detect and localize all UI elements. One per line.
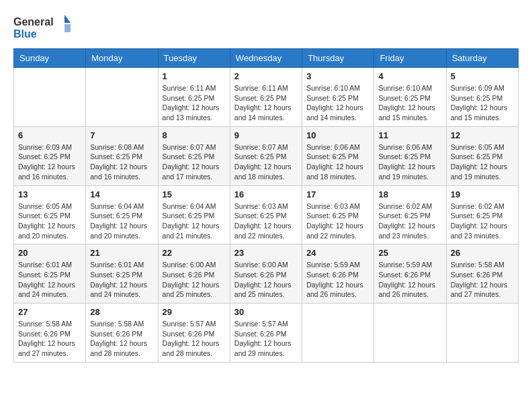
calendar-day-cell: 22Sunrise: 6:00 AMSunset: 6:26 PMDayligh… xyxy=(158,244,230,304)
calendar-table: SundayMondayTuesdayWednesdayThursdayFrid… xyxy=(13,48,519,363)
weekday-header: Tuesday xyxy=(158,49,230,68)
weekday-header: Wednesday xyxy=(230,49,302,68)
day-info: Sunrise: 5:58 AMSunset: 6:26 PMDaylight:… xyxy=(90,319,153,359)
day-number: 18 xyxy=(378,189,441,199)
day-info: Sunrise: 6:01 AMSunset: 6:25 PMDaylight:… xyxy=(90,260,153,300)
day-info: Sunrise: 5:57 AMSunset: 6:26 PMDaylight:… xyxy=(234,319,298,359)
calendar-day-cell: 6Sunrise: 6:09 AMSunset: 6:25 PMDaylight… xyxy=(14,126,86,185)
day-number: 20 xyxy=(18,248,81,258)
day-number: 15 xyxy=(163,189,226,199)
calendar-day-cell: 4Sunrise: 6:10 AMSunset: 6:25 PMDaylight… xyxy=(374,68,446,127)
calendar-day-cell: 18Sunrise: 6:02 AMSunset: 6:25 PMDayligh… xyxy=(374,185,446,244)
day-info: Sunrise: 6:09 AMSunset: 6:25 PMDaylight:… xyxy=(451,83,514,123)
calendar-day-cell: 16Sunrise: 6:03 AMSunset: 6:25 PMDayligh… xyxy=(230,185,302,244)
day-info: Sunrise: 6:06 AMSunset: 6:25 PMDaylight:… xyxy=(378,142,441,182)
day-number: 30 xyxy=(234,307,298,317)
calendar-day-cell: 7Sunrise: 6:08 AMSunset: 6:25 PMDaylight… xyxy=(86,126,158,185)
calendar-day-cell: 29Sunrise: 5:57 AMSunset: 6:26 PMDayligh… xyxy=(158,304,230,363)
calendar-day-cell xyxy=(446,304,518,363)
calendar-day-cell xyxy=(374,304,446,363)
weekday-header-row: SundayMondayTuesdayWednesdayThursdayFrid… xyxy=(14,49,519,68)
calendar-day-cell: 10Sunrise: 6:06 AMSunset: 6:25 PMDayligh… xyxy=(302,126,374,185)
calendar-day-cell: 25Sunrise: 5:59 AMSunset: 6:26 PMDayligh… xyxy=(374,244,446,304)
day-number: 22 xyxy=(163,248,226,258)
day-info: Sunrise: 6:04 AMSunset: 6:25 PMDaylight:… xyxy=(90,201,153,241)
day-info: Sunrise: 5:58 AMSunset: 6:26 PMDaylight:… xyxy=(18,319,81,359)
svg-marker-2 xyxy=(64,15,71,23)
calendar-day-cell: 2Sunrise: 6:11 AMSunset: 6:25 PMDaylight… xyxy=(230,68,302,127)
svg-text:General: General xyxy=(13,16,54,28)
calendar-day-cell: 28Sunrise: 5:58 AMSunset: 6:26 PMDayligh… xyxy=(86,304,158,363)
day-number: 16 xyxy=(234,189,298,199)
calendar-day-cell: 11Sunrise: 6:06 AMSunset: 6:25 PMDayligh… xyxy=(374,126,446,185)
day-info: Sunrise: 6:01 AMSunset: 6:25 PMDaylight:… xyxy=(18,260,81,300)
day-info: Sunrise: 6:07 AMSunset: 6:25 PMDaylight:… xyxy=(234,142,298,182)
calendar-week-row: 27Sunrise: 5:58 AMSunset: 6:26 PMDayligh… xyxy=(14,304,519,363)
calendar-day-cell xyxy=(302,304,374,363)
calendar-day-cell: 9Sunrise: 6:07 AMSunset: 6:25 PMDaylight… xyxy=(230,126,302,185)
day-number: 10 xyxy=(306,130,369,140)
day-info: Sunrise: 6:08 AMSunset: 6:25 PMDaylight:… xyxy=(90,142,153,182)
calendar-week-row: 1Sunrise: 6:11 AMSunset: 6:25 PMDaylight… xyxy=(14,68,519,127)
day-number: 19 xyxy=(451,189,514,199)
day-number: 9 xyxy=(234,130,298,140)
day-number: 23 xyxy=(234,248,298,258)
logo-svg: General Blue xyxy=(13,13,74,42)
day-number: 1 xyxy=(163,71,226,81)
day-number: 5 xyxy=(451,71,514,81)
day-info: Sunrise: 6:10 AMSunset: 6:25 PMDaylight:… xyxy=(306,83,369,123)
day-info: Sunrise: 5:58 AMSunset: 6:26 PMDaylight:… xyxy=(451,260,514,300)
day-number: 7 xyxy=(90,130,153,140)
day-info: Sunrise: 6:07 AMSunset: 6:25 PMDaylight:… xyxy=(163,142,226,182)
calendar-day-cell: 12Sunrise: 6:05 AMSunset: 6:25 PMDayligh… xyxy=(446,126,518,185)
day-info: Sunrise: 5:59 AMSunset: 6:26 PMDaylight:… xyxy=(306,260,369,300)
weekday-header: Saturday xyxy=(446,49,518,68)
day-number: 2 xyxy=(234,71,298,81)
calendar-day-cell: 23Sunrise: 6:00 AMSunset: 6:26 PMDayligh… xyxy=(230,244,302,304)
day-info: Sunrise: 6:10 AMSunset: 6:25 PMDaylight:… xyxy=(378,83,441,123)
day-info: Sunrise: 6:11 AMSunset: 6:25 PMDaylight:… xyxy=(163,83,226,123)
day-number: 25 xyxy=(378,248,441,258)
day-number: 3 xyxy=(306,71,369,81)
svg-marker-3 xyxy=(64,24,71,32)
calendar-week-row: 13Sunrise: 6:05 AMSunset: 6:25 PMDayligh… xyxy=(14,185,519,244)
calendar-day-cell xyxy=(86,68,158,127)
calendar-week-row: 6Sunrise: 6:09 AMSunset: 6:25 PMDaylight… xyxy=(14,126,519,185)
calendar-day-cell: 5Sunrise: 6:09 AMSunset: 6:25 PMDaylight… xyxy=(446,68,518,127)
svg-text:Blue: Blue xyxy=(13,28,37,40)
day-number: 12 xyxy=(451,130,514,140)
calendar-day-cell: 24Sunrise: 5:59 AMSunset: 6:26 PMDayligh… xyxy=(302,244,374,304)
calendar-day-cell xyxy=(14,68,86,127)
calendar-day-cell: 19Sunrise: 6:02 AMSunset: 6:25 PMDayligh… xyxy=(446,185,518,244)
day-info: Sunrise: 6:11 AMSunset: 6:25 PMDaylight:… xyxy=(234,83,298,123)
calendar-week-row: 20Sunrise: 6:01 AMSunset: 6:25 PMDayligh… xyxy=(14,244,519,304)
day-number: 4 xyxy=(378,71,441,81)
weekday-header: Sunday xyxy=(14,49,86,68)
day-number: 14 xyxy=(90,189,153,199)
day-number: 13 xyxy=(18,189,81,199)
day-number: 17 xyxy=(306,189,369,199)
day-info: Sunrise: 6:05 AMSunset: 6:25 PMDaylight:… xyxy=(451,142,514,182)
day-number: 24 xyxy=(306,248,369,258)
day-number: 27 xyxy=(18,307,81,317)
calendar-day-cell: 21Sunrise: 6:01 AMSunset: 6:25 PMDayligh… xyxy=(86,244,158,304)
day-info: Sunrise: 6:02 AMSunset: 6:25 PMDaylight:… xyxy=(451,201,514,241)
day-number: 6 xyxy=(18,130,81,140)
day-info: Sunrise: 6:02 AMSunset: 6:25 PMDaylight:… xyxy=(378,201,441,241)
day-info: Sunrise: 6:00 AMSunset: 6:26 PMDaylight:… xyxy=(163,260,226,300)
day-info: Sunrise: 5:57 AMSunset: 6:26 PMDaylight:… xyxy=(163,319,226,359)
day-info: Sunrise: 6:05 AMSunset: 6:25 PMDaylight:… xyxy=(18,201,81,241)
day-number: 21 xyxy=(90,248,153,258)
weekday-header: Monday xyxy=(86,49,158,68)
calendar-day-cell: 17Sunrise: 6:03 AMSunset: 6:25 PMDayligh… xyxy=(302,185,374,244)
day-info: Sunrise: 6:00 AMSunset: 6:26 PMDaylight:… xyxy=(234,260,298,300)
weekday-header: Friday xyxy=(374,49,446,68)
calendar-day-cell: 20Sunrise: 6:01 AMSunset: 6:25 PMDayligh… xyxy=(14,244,86,304)
day-info: Sunrise: 5:59 AMSunset: 6:26 PMDaylight:… xyxy=(378,260,441,300)
day-info: Sunrise: 6:03 AMSunset: 6:25 PMDaylight:… xyxy=(306,201,369,241)
calendar-day-cell: 1Sunrise: 6:11 AMSunset: 6:25 PMDaylight… xyxy=(158,68,230,127)
day-number: 29 xyxy=(163,307,226,317)
calendar-day-cell: 30Sunrise: 5:57 AMSunset: 6:26 PMDayligh… xyxy=(230,304,302,363)
calendar-day-cell: 27Sunrise: 5:58 AMSunset: 6:26 PMDayligh… xyxy=(14,304,86,363)
calendar-day-cell: 15Sunrise: 6:04 AMSunset: 6:25 PMDayligh… xyxy=(158,185,230,244)
